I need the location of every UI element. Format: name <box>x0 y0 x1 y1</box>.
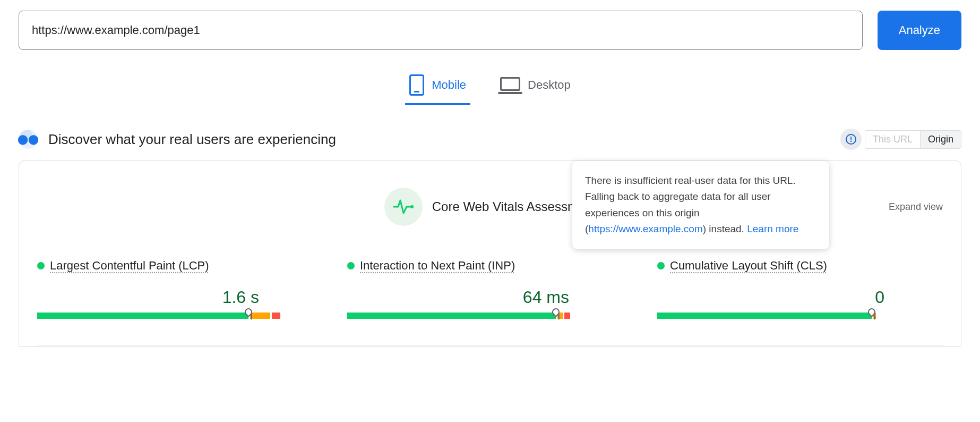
tab-desktop[interactable]: Desktop <box>496 69 575 105</box>
info-icon: ! <box>846 134 856 145</box>
metric-value-inp: 64 ms <box>347 288 633 307</box>
metric-inp: Interaction to Next Paint (INP) 64 ms <box>347 259 633 319</box>
tooltip-origin-link[interactable]: https://www.example.com <box>588 223 702 234</box>
status-dot-cls <box>657 262 665 269</box>
pulse-icon <box>384 188 423 226</box>
metric-name-lcp[interactable]: Largest Contentful Paint (LCP) <box>50 259 209 273</box>
metric-name-cls[interactable]: Cumulative Layout Shift (CLS) <box>670 259 827 273</box>
status-dot-lcp <box>37 262 45 269</box>
divider <box>37 345 943 346</box>
expand-view-link[interactable]: Expand view <box>889 201 943 213</box>
bar-cls <box>657 313 943 319</box>
desktop-icon <box>500 77 520 93</box>
section-header: ⬤⬤ Discover what your real users are exp… <box>19 129 961 150</box>
section-title: Discover what your real users are experi… <box>48 131 830 148</box>
device-tabs: Mobile Desktop <box>19 69 961 105</box>
info-badge[interactable]: ! <box>840 129 862 150</box>
people-icon: ⬤⬤ <box>18 133 39 145</box>
scope-origin-button[interactable]: Origin <box>920 130 961 149</box>
metric-name-inp[interactable]: Interaction to Next Paint (INP) <box>360 259 515 273</box>
url-bar-row: Analyze <box>19 11 961 50</box>
insufficient-data-tooltip: There is insufficient real-user data for… <box>572 161 829 249</box>
tooltip-learn-more-link[interactable]: Learn more <box>747 223 798 234</box>
status-dot-inp <box>347 262 355 269</box>
svg-point-0 <box>410 205 414 208</box>
scope-this-url-button[interactable]: This URL <box>865 130 920 149</box>
tab-mobile-label: Mobile <box>432 78 466 92</box>
cwv-panel: Core Web Vitals Assessment Expand view T… <box>19 161 961 347</box>
mobile-icon <box>409 74 424 96</box>
cwv-title: Core Web Vitals Assessment <box>432 199 596 214</box>
metric-value-cls: 0 <box>657 288 943 307</box>
url-input[interactable] <box>19 11 863 50</box>
metric-cls: Cumulative Layout Shift (CLS) 0 <box>657 259 943 319</box>
tab-mobile[interactable]: Mobile <box>405 69 470 105</box>
tab-desktop-label: Desktop <box>528 78 571 92</box>
bar-lcp <box>37 313 323 319</box>
tooltip-text-mid: ) instead. <box>703 223 747 234</box>
metric-lcp: Largest Contentful Paint (LCP) 1.6 s <box>37 259 323 319</box>
metrics-row: Largest Contentful Paint (LCP) 1.6 s Int… <box>37 259 943 345</box>
scope-controls: ! This URL Origin <box>840 129 961 150</box>
analyze-button[interactable]: Analyze <box>878 11 961 50</box>
crux-icon: ⬤⬤ <box>19 130 38 149</box>
metric-value-lcp: 1.6 s <box>37 288 323 307</box>
bar-inp <box>347 313 633 319</box>
